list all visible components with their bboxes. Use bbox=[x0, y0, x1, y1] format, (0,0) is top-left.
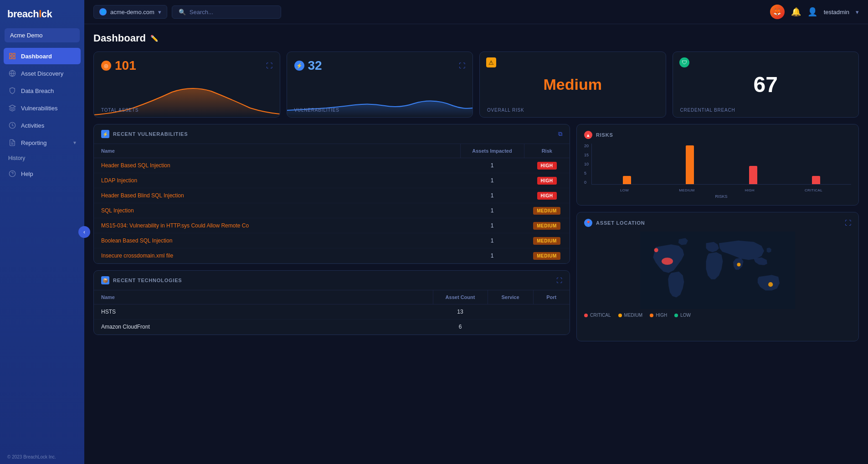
legend-critical: CRITICAL bbox=[584, 313, 611, 318]
assets-impacted-cell: 1 bbox=[460, 218, 524, 233]
vuln-expand-icon[interactable]: ⧉ bbox=[558, 130, 562, 138]
risk-warning-icon: ⚠ bbox=[486, 57, 496, 67]
user-menu-chevron-icon[interactable]: ▾ bbox=[856, 9, 859, 15]
vuln-name-link[interactable]: SQL Injection bbox=[101, 207, 134, 214]
risk-cell: HIGH bbox=[524, 158, 570, 173]
bar-label-high: HIGH bbox=[745, 188, 755, 192]
table-row: Header Based Blind SQL Injection 1 HIGH bbox=[94, 188, 570, 203]
world-map bbox=[584, 232, 851, 309]
sidebar-reporting-label: Reporting bbox=[21, 139, 46, 146]
bar-label-medium: MEDIUM bbox=[679, 188, 694, 192]
dashboard-icon bbox=[8, 52, 16, 60]
vuln-name-link[interactable]: Header Based SQL Injection bbox=[101, 162, 170, 169]
chevron-down-icon: ▾ bbox=[73, 139, 76, 146]
data-breach-icon bbox=[8, 87, 16, 95]
vuln-name-link[interactable]: LDAP Injection bbox=[101, 177, 137, 184]
risk-badge: HIGH bbox=[537, 162, 557, 170]
risks-warning-icon: ▲ bbox=[584, 131, 592, 139]
legend-label-medium: MEDIUM bbox=[624, 313, 643, 318]
bar-chart-bars bbox=[591, 144, 851, 185]
legend-dot-low bbox=[674, 314, 678, 317]
svg-rect-2 bbox=[10, 57, 12, 59]
risk-cell: MEDIUM bbox=[524, 233, 570, 248]
asset-location-title: ASSET LOCATION bbox=[596, 220, 645, 226]
cred-shield-icon: 🛡 bbox=[679, 57, 689, 67]
svg-point-14 bbox=[737, 263, 741, 267]
risk-cell: MEDIUM bbox=[524, 218, 570, 233]
legend-dot-medium bbox=[618, 314, 622, 317]
technologies-table: Name Asset Count Service Port HSTS 13 Am… bbox=[94, 290, 570, 335]
y-label-5: 5 bbox=[584, 171, 589, 175]
legend-dot-high bbox=[650, 314, 653, 317]
vuln-col-name: Name bbox=[94, 144, 460, 158]
sidebar-item-history[interactable]: History bbox=[4, 152, 81, 165]
vulnerabilities-icon: ⚡ bbox=[294, 61, 304, 71]
sidebar-item-asset-discovery[interactable]: Asset Discovery bbox=[4, 65, 81, 82]
table-row: Header Based SQL Injection 1 HIGH bbox=[94, 158, 570, 173]
risk-cell: MEDIUM bbox=[524, 248, 570, 263]
page-content: Dashboard ✏️ ◎ 101 ⛶ bbox=[84, 24, 868, 464]
edit-icon[interactable]: ✏️ bbox=[150, 35, 158, 42]
sidebar-item-dashboard[interactable]: Dashboard bbox=[4, 48, 81, 64]
sidebar-item-activities[interactable]: Activities bbox=[4, 117, 81, 134]
bar-group-medium bbox=[686, 145, 694, 184]
risk-badge: HIGH bbox=[537, 192, 557, 200]
notification-bell-icon[interactable]: 🔔 bbox=[791, 7, 801, 17]
bar-medium bbox=[686, 145, 694, 184]
assets-impacted-cell: 1 bbox=[460, 248, 524, 263]
vuln-name-link[interactable]: MS15-034: Vulnerability in HTTP.sys Coul… bbox=[101, 222, 249, 229]
legend-medium: MEDIUM bbox=[618, 313, 643, 318]
risk-badge: MEDIUM bbox=[533, 252, 560, 260]
activities-icon bbox=[8, 121, 16, 129]
sidebar-item-label: Vulnerabilities bbox=[21, 105, 57, 112]
domain-chevron-icon: ▾ bbox=[158, 9, 161, 15]
expand-icon[interactable]: ⛶ bbox=[459, 62, 465, 69]
client-selector[interactable]: Acme Demo bbox=[5, 28, 80, 42]
tech-expand-icon[interactable]: ⛶ bbox=[556, 277, 562, 284]
main-content: 🌐 acme-demo.com ▾ 🔍 Search... 🦊 🔔 👤 test… bbox=[84, 0, 868, 464]
vulnerabilities-card: ⚡ 32 ⛶ bbox=[287, 52, 473, 118]
bar-low bbox=[623, 176, 631, 184]
map-expand-icon[interactable]: ⛶ bbox=[845, 219, 851, 227]
service-cell bbox=[488, 320, 533, 335]
search-bar[interactable]: 🔍 Search... bbox=[172, 5, 281, 19]
vuln-name-link[interactable]: Boolean Based SQL Injection bbox=[101, 237, 172, 244]
dashboard-bottom: ⚡ RECENT VULNERABILITIES ⧉ Name Assets I… bbox=[93, 124, 859, 341]
port-cell bbox=[533, 320, 570, 335]
page-title: Dashboard bbox=[93, 32, 146, 44]
svg-point-15 bbox=[768, 282, 773, 287]
sidebar-item-label: Data Breach bbox=[21, 88, 54, 94]
domain-selector[interactable]: 🌐 acme-demo.com ▾ bbox=[93, 5, 167, 19]
expand-icon[interactable]: ⛶ bbox=[266, 62, 272, 69]
table-row: LDAP Injection 1 HIGH bbox=[94, 173, 570, 188]
service-cell bbox=[488, 304, 533, 320]
vuln-name-link[interactable]: Insecure crossdomain.xml file bbox=[101, 253, 173, 259]
vuln-section-icon: ⚡ bbox=[101, 130, 109, 138]
y-label-0: 0 bbox=[584, 180, 589, 185]
risk-badge: HIGH bbox=[537, 177, 557, 185]
assets-impacted-cell: 1 bbox=[460, 158, 524, 173]
vuln-name-link[interactable]: Header Based Blind SQL Injection bbox=[101, 192, 184, 199]
bar-group-high bbox=[749, 166, 757, 184]
asset-count-cell: 13 bbox=[433, 304, 488, 320]
user-icon[interactable]: 👤 bbox=[807, 7, 817, 17]
sidebar-item-vulnerabilities[interactable]: Vulnerabilities bbox=[4, 100, 81, 116]
bar-group-critical bbox=[812, 176, 820, 184]
sidebar-item-reporting[interactable]: Reporting ▾ bbox=[4, 134, 81, 151]
assets-impacted-cell: 1 bbox=[460, 173, 524, 188]
sidebar-item-label: Activities bbox=[21, 122, 44, 129]
map-legend: CRITICAL MEDIUM HIGH LOW bbox=[584, 313, 851, 318]
table-row: HSTS 13 bbox=[94, 304, 570, 320]
sidebar-item-help[interactable]: Help bbox=[4, 165, 81, 182]
search-icon: 🔍 bbox=[179, 9, 186, 15]
bar-labels: LOW MEDIUM HIGH CRITICAL bbox=[591, 185, 851, 192]
risk-badge: MEDIUM bbox=[533, 207, 560, 215]
domain-icon: 🌐 bbox=[99, 8, 107, 15]
tech-name-cell: HSTS bbox=[94, 304, 433, 320]
asset-count-cell: 6 bbox=[433, 320, 488, 335]
risk-cell: HIGH bbox=[524, 188, 570, 203]
sidebar-item-data-breach[interactable]: Data Breach bbox=[4, 82, 81, 99]
sidebar-collapse-button[interactable]: ‹ bbox=[78, 226, 90, 238]
tech-col-port: Port bbox=[533, 290, 570, 304]
svg-rect-1 bbox=[13, 53, 15, 56]
